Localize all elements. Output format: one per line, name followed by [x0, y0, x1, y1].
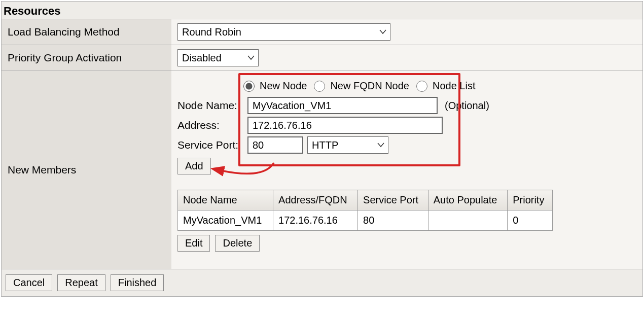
delete-button[interactable]: Delete	[215, 235, 260, 252]
pga-select[interactable]: Disabled	[177, 49, 259, 66]
radio-node-list-label: Node List	[433, 80, 476, 92]
address-label: Address:	[177, 119, 243, 131]
members-table: Node Name Address/FQDN Service Port Auto…	[177, 190, 553, 231]
new-members-area: New Node New FQDN Node Node List Node Na…	[177, 75, 636, 252]
cancel-button[interactable]: Cancel	[6, 274, 52, 291]
resources-form: Load Balancing Method Round Robin Priori…	[2, 19, 642, 269]
footer-buttons: Cancel Repeat Finished	[2, 269, 642, 296]
radio-new-fqdn[interactable]	[314, 81, 325, 92]
finished-button[interactable]: Finished	[111, 274, 164, 291]
new-members-label: New Members	[2, 71, 171, 269]
address-input[interactable]	[247, 117, 443, 134]
col-service-port: Service Port	[358, 190, 428, 210]
service-port-protocol-select[interactable]: HTTP	[307, 136, 388, 154]
table-row[interactable]: MyVacation_VM1 172.16.76.16 80 0	[178, 210, 553, 231]
radio-new-node-label: New Node	[260, 80, 307, 92]
panel-title: Resources	[2, 2, 642, 19]
col-address: Address/FQDN	[273, 190, 358, 210]
radio-new-fqdn-label: New FQDN Node	[330, 80, 409, 92]
resources-panel: Resources Load Balancing Method Round Ro…	[1, 1, 643, 297]
service-port-input[interactable]	[247, 136, 303, 154]
pga-label: Priority Group Activation	[2, 45, 171, 71]
node-type-radios: New Node New FQDN Node Node List	[243, 80, 636, 92]
col-node-name: Node Name	[178, 190, 273, 210]
cell-node-name: MyVacation_VM1	[178, 210, 273, 231]
cell-service-port: 80	[358, 210, 428, 231]
node-name-input[interactable]	[247, 97, 438, 114]
node-name-label: Node Name:	[177, 99, 243, 112]
cell-address: 172.16.76.16	[273, 210, 358, 231]
edit-button[interactable]: Edit	[177, 235, 210, 252]
radio-new-node[interactable]	[243, 81, 255, 92]
cell-priority: 0	[508, 210, 553, 231]
lb-method-label: Load Balancing Method	[2, 19, 171, 45]
add-button[interactable]: Add	[177, 158, 211, 174]
col-priority: Priority	[508, 190, 553, 210]
lb-method-select[interactable]: Round Robin	[177, 23, 390, 41]
repeat-button[interactable]: Repeat	[57, 274, 105, 291]
radio-node-list[interactable]	[416, 81, 427, 92]
cell-auto-populate	[428, 210, 507, 231]
optional-text: (Optional)	[445, 100, 489, 112]
col-auto-populate: Auto Populate	[428, 190, 507, 210]
service-port-label: Service Port:	[177, 139, 243, 151]
